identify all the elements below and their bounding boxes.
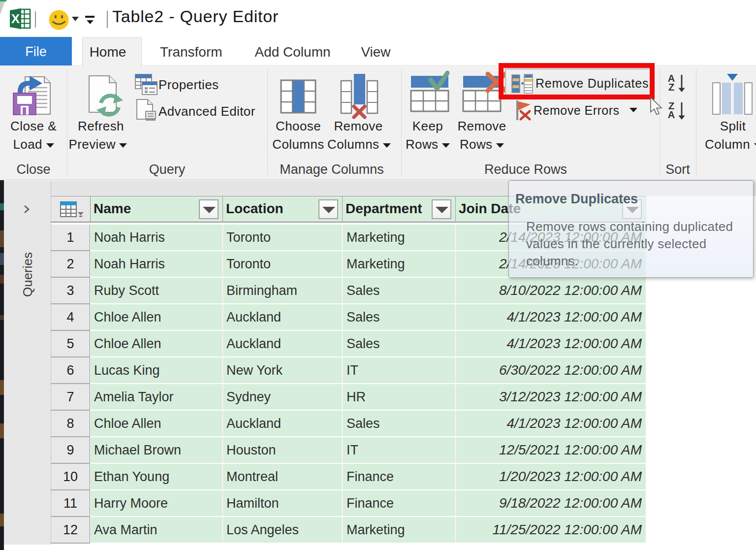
svg-text:X: X xyxy=(11,11,20,26)
